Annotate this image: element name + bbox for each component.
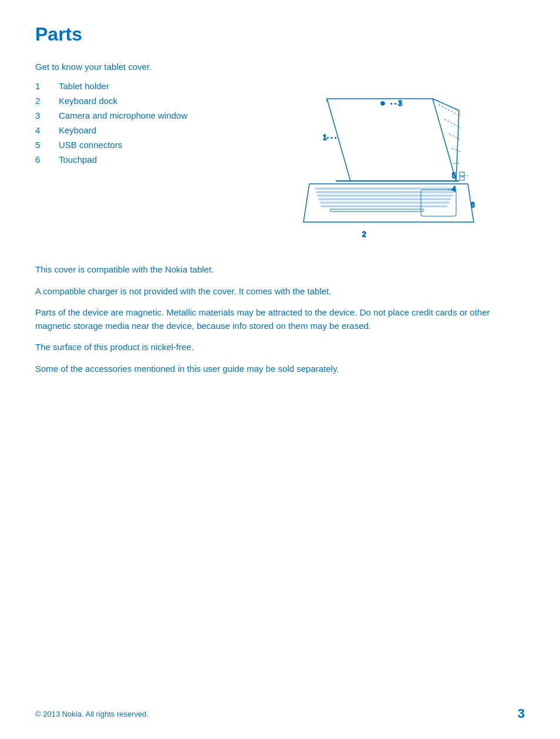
content-area: 1 Tablet holder 2 Keyboard dock 3 Camera… <box>35 81 525 251</box>
note3-text: The surface of this product is nickel-fr… <box>35 341 525 354</box>
footer: © 2013 Nokia. All rights reserved. 3 <box>0 706 560 721</box>
part-label: Tablet holder <box>59 81 109 91</box>
list-item: 3 Camera and microphone window <box>35 110 188 120</box>
list-item: 1 Tablet holder <box>35 81 188 91</box>
svg-rect-8 <box>318 195 453 196</box>
copyright-text: © 2013 Nokia. All rights reserved. <box>35 710 149 718</box>
svg-rect-20 <box>460 177 464 180</box>
part-label: USB connectors <box>59 140 122 150</box>
svg-text:5: 5 <box>452 172 456 180</box>
svg-rect-6 <box>315 188 456 189</box>
svg-rect-10 <box>320 202 449 203</box>
svg-line-29 <box>452 149 461 152</box>
page-title: Parts <box>35 23 525 45</box>
svg-point-2 <box>381 102 384 105</box>
part-label: Keyboard dock <box>59 96 117 106</box>
svg-rect-9 <box>319 199 451 200</box>
svg-rect-11 <box>321 206 447 207</box>
note4-text: Some of the accessories mentioned in thi… <box>35 362 525 376</box>
note2-text: A compatible charger is not provided wit… <box>35 285 525 298</box>
svg-line-24 <box>456 110 459 181</box>
svg-line-28 <box>449 134 461 140</box>
parts-list: 1 Tablet holder 2 Keyboard dock 3 Camera… <box>35 81 188 169</box>
intro-text: Get to know your tablet cover. <box>35 62 525 72</box>
svg-text:4: 4 <box>452 185 456 193</box>
svg-marker-0 <box>327 99 456 181</box>
svg-rect-19 <box>460 172 464 176</box>
part-number: 2 <box>35 96 47 106</box>
part-label: Touchpad <box>59 154 97 164</box>
page: Parts Get to know your tablet cover. 1 T… <box>0 0 560 739</box>
list-item: 6 Touchpad <box>35 154 188 164</box>
page-number: 3 <box>518 706 525 721</box>
part-number: 5 <box>35 140 47 150</box>
note1-text: This cover is compatible with the Nokia … <box>35 263 525 277</box>
svg-text:· · 3: · · 3 <box>390 99 402 108</box>
part-number: 6 <box>35 154 47 164</box>
part-number: 4 <box>35 125 47 135</box>
svg-text:2: 2 <box>362 230 366 239</box>
part-number: 1 <box>35 81 47 91</box>
warning-text: Parts of the device are magnetic. Metall… <box>35 306 525 332</box>
list-item: 4 Keyboard <box>35 125 188 135</box>
list-item: 5 USB connectors <box>35 140 188 150</box>
device-diagram: · · 3 1· · · <box>239 87 485 251</box>
svg-text:1· · ·: 1· · · <box>323 133 336 142</box>
part-number: 3 <box>35 110 47 120</box>
svg-text:6: 6 <box>471 201 475 209</box>
svg-rect-7 <box>316 192 454 193</box>
diagram-area: · · 3 1· · · <box>200 81 525 251</box>
part-label: Keyboard <box>59 125 96 135</box>
list-item: 2 Keyboard dock <box>35 96 188 106</box>
part-label: Camera and microphone window <box>59 110 187 120</box>
